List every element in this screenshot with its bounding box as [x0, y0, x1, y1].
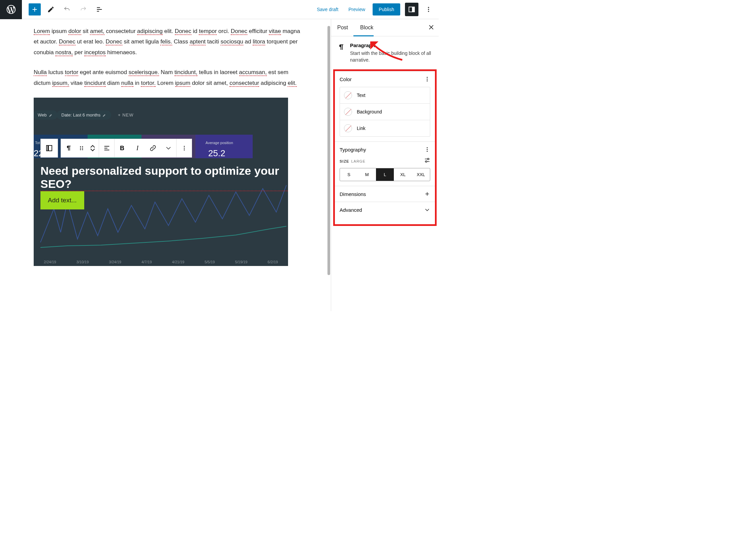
- more-format-button[interactable]: [161, 139, 176, 157]
- close-sidebar-button[interactable]: [428, 24, 435, 32]
- size-xxl[interactable]: XXL: [412, 168, 430, 181]
- plus-icon[interactable]: [424, 191, 430, 197]
- preview-button[interactable]: Preview: [346, 5, 368, 14]
- block-options-button[interactable]: [176, 139, 192, 157]
- color-panel-header[interactable]: Color: [335, 71, 435, 87]
- undo-button[interactable]: [61, 3, 73, 15]
- typography-panel-header[interactable]: Typography: [335, 142, 435, 157]
- svg-point-23: [427, 80, 428, 81]
- bold-button[interactable]: B: [114, 139, 130, 157]
- font-size-picker: S M L XL XXL: [340, 168, 430, 181]
- filter-pill-web: Web: [34, 110, 58, 120]
- svg-point-4: [428, 11, 429, 12]
- advanced-panel-header[interactable]: Advanced: [335, 202, 435, 217]
- svg-point-22: [427, 79, 428, 80]
- svg-point-14: [80, 148, 81, 149]
- tab-block[interactable]: Block: [354, 19, 379, 36]
- dimensions-panel: Dimensions: [335, 186, 435, 202]
- highlighted-panels: Color Text Background Link Typography SI…: [333, 69, 437, 226]
- svg-point-26: [427, 151, 428, 152]
- svg-point-19: [184, 148, 185, 149]
- color-background-row[interactable]: Background: [340, 103, 430, 120]
- paragraph-icon: [337, 43, 345, 63]
- svg-point-17: [82, 149, 83, 150]
- move-up-button[interactable]: [90, 145, 95, 148]
- none-swatch-icon: [344, 108, 352, 116]
- add-text-placeholder[interactable]: Add text...: [40, 191, 84, 209]
- svg-point-28: [426, 161, 427, 163]
- add-block-button[interactable]: [29, 3, 41, 15]
- tab-post[interactable]: Post: [331, 19, 354, 36]
- edit-tool-button[interactable]: [45, 3, 57, 15]
- color-panel: Color Text Background Link: [335, 71, 435, 137]
- filter-pill-date: Date: Last 6 months: [57, 110, 111, 120]
- color-link-row[interactable]: Link: [340, 120, 430, 136]
- svg-point-27: [428, 158, 429, 160]
- svg-point-18: [184, 146, 185, 147]
- editor-topbar: Save draft Preview Publish: [0, 0, 439, 19]
- cover-heading-text[interactable]: Need personalized support to optimize yo…: [40, 164, 288, 191]
- wordpress-logo[interactable]: [0, 0, 22, 19]
- document-overview-button[interactable]: [93, 3, 105, 15]
- svg-rect-11: [48, 145, 49, 151]
- paragraph-block-1[interactable]: Lorem ipsum dolor sit amet, consectetur …: [34, 26, 301, 58]
- editor-canvas[interactable]: Lorem ipsum dolor sit amet, consectetur …: [0, 19, 331, 311]
- scrollbar[interactable]: [327, 26, 330, 275]
- svg-point-12: [80, 146, 81, 147]
- none-swatch-icon: [344, 124, 352, 132]
- size-m[interactable]: M: [358, 168, 376, 181]
- sidebar-tabs: Post Block: [331, 19, 439, 36]
- more-icon[interactable]: [424, 146, 430, 153]
- typography-panel: Typography SIZELARGE S M L XL XXL: [335, 141, 435, 186]
- svg-point-13: [82, 146, 83, 147]
- svg-point-3: [428, 9, 429, 10]
- svg-point-16: [80, 149, 81, 150]
- publish-button[interactable]: Publish: [373, 3, 400, 15]
- svg-point-20: [184, 149, 185, 150]
- save-draft-button[interactable]: Save draft: [314, 5, 341, 14]
- svg-point-2: [428, 7, 429, 8]
- svg-point-15: [82, 148, 83, 149]
- settings-panel-toggle[interactable]: [405, 3, 418, 16]
- new-filter-label: + NEW: [118, 112, 134, 118]
- advanced-panel: Advanced: [335, 202, 435, 217]
- align-button[interactable]: [99, 139, 114, 157]
- link-button[interactable]: [145, 139, 161, 157]
- svg-rect-1: [412, 7, 414, 12]
- block-type-button[interactable]: [41, 139, 58, 157]
- svg-point-21: [427, 77, 428, 78]
- none-swatch-icon: [344, 91, 352, 99]
- svg-point-25: [427, 149, 428, 150]
- block-toolbar: B I: [40, 139, 192, 158]
- drag-handle[interactable]: [76, 139, 87, 157]
- chevron-down-icon: [424, 207, 430, 213]
- dimensions-panel-header[interactable]: Dimensions: [335, 186, 435, 202]
- move-down-button[interactable]: [90, 148, 95, 152]
- custom-size-toggle[interactable]: [424, 157, 430, 165]
- annotation-arrow: [370, 41, 404, 62]
- options-button[interactable]: [423, 4, 434, 15]
- size-xl[interactable]: XL: [394, 168, 412, 181]
- more-icon[interactable]: [424, 76, 430, 82]
- svg-point-24: [427, 147, 428, 148]
- paragraph-icon-button[interactable]: [61, 139, 76, 157]
- italic-button[interactable]: I: [130, 139, 145, 157]
- svg-rect-10: [46, 145, 52, 151]
- cover-block[interactable]: Web Date: Last 6 months + NEW Tot 223 17…: [34, 98, 288, 266]
- settings-sidebar: Post Block Paragraph Start with the basi…: [331, 19, 439, 311]
- size-l[interactable]: L: [376, 168, 394, 181]
- paragraph-block-2[interactable]: Nulla luctus tortor eget ante euismod sc…: [34, 67, 301, 88]
- size-s[interactable]: S: [340, 168, 358, 181]
- redo-button[interactable]: [77, 3, 89, 15]
- color-text-row[interactable]: Text: [340, 87, 430, 103]
